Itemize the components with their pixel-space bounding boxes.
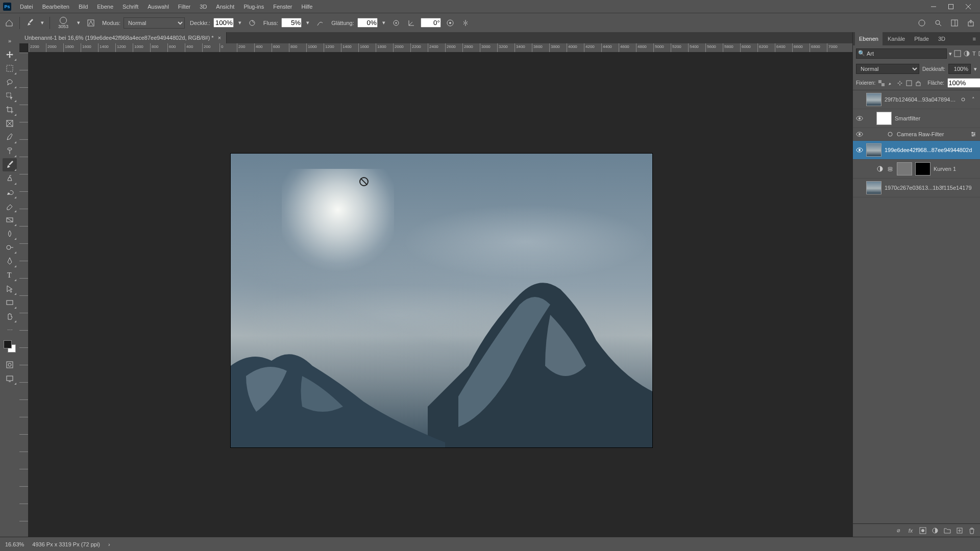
document-tab[interactable]: Unbenannt-1 bei 16,6% (199e6dee42f968a4e… bbox=[19, 32, 227, 43]
adjustment-layer-icon[interactable] bbox=[931, 527, 939, 535]
menu-view[interactable]: Ansicht bbox=[211, 4, 239, 10]
layer-filter-input[interactable] bbox=[856, 48, 947, 59]
history-brush-tool[interactable] bbox=[3, 186, 17, 199]
gradient-tool[interactable] bbox=[3, 213, 17, 227]
quick-selection-tool[interactable] bbox=[3, 89, 17, 103]
layer-row[interactable]: Kurven 1 bbox=[853, 160, 980, 179]
blend-mode-select[interactable]: Normal bbox=[124, 17, 185, 29]
layer-visibility-toggle[interactable] bbox=[856, 131, 863, 138]
fill-input[interactable] bbox=[947, 78, 980, 88]
pen-tool[interactable] bbox=[3, 255, 17, 268]
brush-settings-button[interactable] bbox=[85, 17, 97, 29]
layer-mask-icon[interactable] bbox=[919, 527, 927, 535]
hand-tool[interactable] bbox=[3, 310, 17, 323]
layer-row[interactable]: 199e6dee42f968...87ee94944802d bbox=[853, 141, 980, 160]
move-tool[interactable] bbox=[3, 48, 17, 61]
size-pressure-button[interactable] bbox=[444, 17, 456, 29]
layer-visibility-toggle[interactable] bbox=[856, 184, 863, 191]
layer-thumbnail[interactable] bbox=[866, 143, 881, 157]
frame-tool[interactable] bbox=[3, 117, 17, 130]
layer-mask-thumbnail[interactable] bbox=[915, 162, 930, 176]
workspace-icon[interactable] bbox=[948, 17, 961, 29]
layer-visibility-toggle[interactable] bbox=[856, 146, 863, 154]
angle-input[interactable] bbox=[421, 18, 441, 28]
link-layers-icon[interactable]: ⌀ bbox=[894, 527, 902, 535]
layer-row[interactable]: 1970c267e03613...1b3f115e14179 bbox=[853, 179, 980, 197]
rectangle-tool[interactable] bbox=[3, 296, 17, 309]
window-maximize-button[interactable] bbox=[942, 1, 960, 12]
cloud-docs-icon[interactable] bbox=[916, 17, 928, 29]
filter-shape-icon[interactable] bbox=[978, 49, 980, 58]
layer-name[interactable]: Smartfilter bbox=[895, 115, 977, 121]
document-info[interactable]: 4936 Px x 3319 Px (72 ppi) bbox=[32, 541, 100, 547]
flow-dropdown[interactable]: ▾ bbox=[305, 19, 311, 26]
path-selection-tool[interactable] bbox=[3, 282, 17, 295]
brush-preset-picker[interactable]: 3053 bbox=[54, 15, 72, 31]
active-tool-icon[interactable] bbox=[24, 17, 36, 29]
layer-filter-dropdown[interactable]: ▾ bbox=[949, 51, 952, 57]
clone-stamp-tool[interactable] bbox=[3, 172, 17, 185]
menu-window[interactable]: Fenster bbox=[268, 4, 297, 10]
delete-layer-icon[interactable] bbox=[968, 527, 976, 535]
healing-brush-tool[interactable] bbox=[3, 144, 17, 158]
airbrush-button[interactable] bbox=[314, 17, 326, 29]
crop-tool[interactable] bbox=[3, 103, 17, 116]
filter-pixel-icon[interactable] bbox=[954, 49, 961, 58]
layer-group-icon[interactable] bbox=[943, 527, 951, 535]
layer-thumbnail[interactable] bbox=[876, 112, 892, 125]
document-tab-close-icon[interactable]: × bbox=[218, 35, 221, 41]
window-close-button[interactable] bbox=[960, 1, 977, 12]
tab-3d[interactable]: 3D bbox=[934, 32, 949, 45]
window-minimize-button[interactable] bbox=[925, 1, 942, 12]
symmetry-button[interactable] bbox=[459, 17, 472, 29]
lock-position-icon[interactable] bbox=[897, 79, 903, 87]
layer-name[interactable]: 29f7b124604...93a047894a38 bbox=[885, 96, 957, 103]
lock-pixels-icon[interactable] bbox=[888, 79, 894, 87]
color-swatches[interactable] bbox=[4, 340, 16, 353]
brush-preset-dropdown[interactable]: ▾ bbox=[76, 19, 82, 26]
layer-row[interactable]: Smartfilter bbox=[853, 109, 980, 128]
quick-mask-button[interactable] bbox=[3, 358, 17, 371]
layer-visibility-toggle[interactable] bbox=[856, 165, 863, 172]
lock-all-icon[interactable] bbox=[915, 79, 921, 87]
tab-layers[interactable]: Ebenen bbox=[855, 32, 883, 45]
layer-thumbnail[interactable] bbox=[897, 162, 912, 176]
smoothing-input[interactable] bbox=[357, 18, 378, 28]
opacity-pressure-button[interactable] bbox=[246, 17, 258, 29]
blur-tool[interactable] bbox=[3, 227, 17, 240]
layer-name[interactable]: 199e6dee42f968...87ee94944802d bbox=[885, 147, 977, 153]
tab-channels[interactable]: Kanäle bbox=[884, 32, 909, 45]
dodge-tool[interactable] bbox=[3, 241, 17, 254]
menu-3d[interactable]: 3D bbox=[195, 4, 211, 10]
panel-menu-icon[interactable]: ≡ bbox=[969, 32, 980, 45]
opacity-input[interactable] bbox=[213, 18, 234, 28]
menu-filter[interactable]: Filter bbox=[174, 4, 195, 10]
new-layer-icon[interactable] bbox=[955, 527, 964, 535]
collapse-toolbox-icon[interactable]: » bbox=[3, 34, 17, 47]
lasso-tool[interactable] bbox=[3, 76, 17, 89]
lock-artboard-icon[interactable] bbox=[906, 79, 912, 87]
home-button[interactable] bbox=[3, 17, 15, 29]
search-icon[interactable] bbox=[932, 17, 944, 29]
layer-visibility-toggle[interactable] bbox=[856, 115, 863, 122]
menu-plugins[interactable]: Plug-ins bbox=[239, 4, 268, 10]
layer-style-icon[interactable]: fx bbox=[906, 527, 915, 535]
tool-preset-dropdown[interactable]: ▾ bbox=[39, 19, 45, 26]
tab-paths[interactable]: Pfade bbox=[910, 32, 933, 45]
eyedropper-tool[interactable] bbox=[3, 131, 17, 144]
marquee-tool[interactable] bbox=[3, 62, 17, 75]
filter-type-icon[interactable]: T bbox=[972, 49, 976, 58]
layer-row[interactable]: Camera Raw-Filter bbox=[853, 128, 980, 141]
screen-mode-button[interactable] bbox=[3, 372, 17, 385]
layer-visibility-toggle[interactable] bbox=[856, 96, 863, 103]
layer-name[interactable]: 1970c267e03613...1b3f115e14179 bbox=[885, 185, 977, 191]
vertical-ruler[interactable] bbox=[19, 53, 29, 537]
menu-type[interactable]: Schrift bbox=[118, 4, 143, 10]
menu-file[interactable]: Datei bbox=[15, 4, 38, 10]
smart-object-link-icon[interactable] bbox=[960, 96, 967, 103]
menu-select[interactable]: Auswahl bbox=[143, 4, 174, 10]
flow-input[interactable] bbox=[281, 18, 302, 28]
layer-blend-mode-select[interactable]: Normal bbox=[856, 64, 919, 74]
layer-opacity-dropdown[interactable]: ▾ bbox=[974, 66, 977, 72]
menu-help[interactable]: Hilfe bbox=[297, 4, 317, 10]
